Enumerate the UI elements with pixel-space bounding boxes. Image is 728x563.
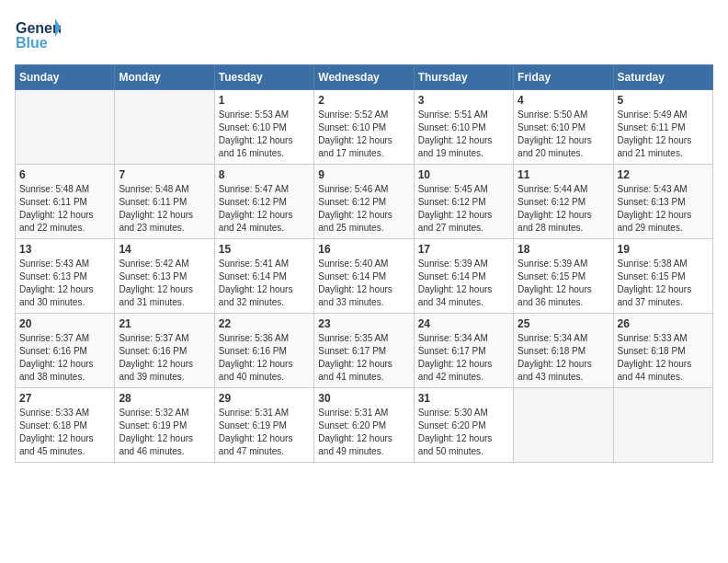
week-row-3: 13Sunrise: 5:43 AM Sunset: 6:13 PM Dayli… — [16, 239, 713, 314]
day-number: 4 — [518, 94, 609, 107]
day-number: 5 — [618, 94, 709, 107]
header: General Blue — [15, 15, 713, 55]
day-number: 8 — [219, 168, 310, 181]
calendar-cell: 30Sunrise: 5:31 AM Sunset: 6:20 PM Dayli… — [314, 388, 414, 463]
day-info: Sunrise: 5:35 AM Sunset: 6:17 PM Dayligh… — [318, 332, 409, 384]
calendar-cell: 3Sunrise: 5:51 AM Sunset: 6:10 PM Daylig… — [414, 90, 513, 165]
calendar-cell: 25Sunrise: 5:34 AM Sunset: 6:18 PM Dayli… — [514, 314, 613, 388]
day-number: 11 — [518, 168, 609, 181]
day-number: 15 — [219, 243, 310, 256]
header-day-saturday: Saturday — [613, 65, 712, 90]
day-info: Sunrise: 5:50 AM Sunset: 6:10 PM Dayligh… — [518, 109, 609, 160]
day-info: Sunrise: 5:43 AM Sunset: 6:13 PM Dayligh… — [19, 258, 110, 309]
calendar-body: 1Sunrise: 5:53 AM Sunset: 6:10 PM Daylig… — [16, 90, 713, 463]
calendar-cell: 16Sunrise: 5:40 AM Sunset: 6:14 PM Dayli… — [314, 239, 414, 314]
day-number: 6 — [19, 168, 110, 181]
calendar-cell: 26Sunrise: 5:33 AM Sunset: 6:18 PM Dayli… — [613, 314, 712, 388]
calendar-cell — [613, 388, 712, 463]
logo-svg: General Blue — [15, 15, 61, 55]
day-info: Sunrise: 5:46 AM Sunset: 6:12 PM Dayligh… — [318, 183, 409, 235]
day-info: Sunrise: 5:32 AM Sunset: 6:19 PM Dayligh… — [119, 407, 210, 458]
header-day-sunday: Sunday — [16, 65, 115, 90]
calendar-cell: 15Sunrise: 5:41 AM Sunset: 6:14 PM Dayli… — [214, 239, 313, 314]
day-number: 31 — [418, 392, 509, 405]
week-row-2: 6Sunrise: 5:48 AM Sunset: 6:11 PM Daylig… — [16, 165, 713, 239]
day-info: Sunrise: 5:52 AM Sunset: 6:10 PM Dayligh… — [318, 109, 409, 160]
header-day-tuesday: Tuesday — [214, 65, 313, 90]
logo: General Blue — [15, 15, 61, 55]
day-info: Sunrise: 5:44 AM Sunset: 6:12 PM Dayligh… — [518, 183, 609, 235]
calendar-cell: 9Sunrise: 5:46 AM Sunset: 6:12 PM Daylig… — [314, 165, 414, 239]
day-info: Sunrise: 5:31 AM Sunset: 6:19 PM Dayligh… — [219, 407, 310, 458]
day-number: 20 — [19, 317, 110, 330]
calendar-cell: 8Sunrise: 5:47 AM Sunset: 6:12 PM Daylig… — [214, 165, 313, 239]
day-number: 22 — [219, 317, 310, 330]
calendar-cell: 6Sunrise: 5:48 AM Sunset: 6:11 PM Daylig… — [16, 165, 115, 239]
day-info: Sunrise: 5:48 AM Sunset: 6:11 PM Dayligh… — [19, 183, 110, 235]
header-day-thursday: Thursday — [414, 65, 513, 90]
day-number: 17 — [418, 243, 509, 256]
day-number: 14 — [119, 243, 210, 256]
day-info: Sunrise: 5:37 AM Sunset: 6:16 PM Dayligh… — [19, 332, 110, 384]
day-info: Sunrise: 5:37 AM Sunset: 6:16 PM Dayligh… — [119, 332, 210, 384]
day-number: 10 — [418, 168, 509, 181]
calendar-cell: 11Sunrise: 5:44 AM Sunset: 6:12 PM Dayli… — [514, 165, 613, 239]
day-number: 18 — [518, 243, 609, 256]
calendar-cell: 14Sunrise: 5:42 AM Sunset: 6:13 PM Dayli… — [115, 239, 214, 314]
calendar-header: SundayMondayTuesdayWednesdayThursdayFrid… — [16, 65, 713, 90]
day-number: 21 — [119, 317, 210, 330]
day-info: Sunrise: 5:45 AM Sunset: 6:12 PM Dayligh… — [418, 183, 509, 235]
header-day-wednesday: Wednesday — [314, 65, 414, 90]
calendar-cell: 19Sunrise: 5:38 AM Sunset: 6:15 PM Dayli… — [613, 239, 712, 314]
calendar-cell: 12Sunrise: 5:43 AM Sunset: 6:13 PM Dayli… — [613, 165, 712, 239]
day-number: 7 — [119, 168, 210, 181]
day-number: 12 — [618, 168, 709, 181]
day-number: 29 — [219, 392, 310, 405]
day-number: 16 — [318, 243, 409, 256]
day-number: 25 — [518, 317, 609, 330]
day-number: 24 — [418, 317, 509, 330]
calendar-cell: 13Sunrise: 5:43 AM Sunset: 6:13 PM Dayli… — [16, 239, 115, 314]
day-info: Sunrise: 5:33 AM Sunset: 6:18 PM Dayligh… — [618, 332, 709, 384]
header-day-monday: Monday — [115, 65, 214, 90]
calendar-cell: 5Sunrise: 5:49 AM Sunset: 6:11 PM Daylig… — [613, 90, 712, 165]
calendar-cell: 31Sunrise: 5:30 AM Sunset: 6:20 PM Dayli… — [414, 388, 513, 463]
day-info: Sunrise: 5:49 AM Sunset: 6:11 PM Dayligh… — [618, 109, 709, 160]
day-info: Sunrise: 5:39 AM Sunset: 6:15 PM Dayligh… — [518, 258, 609, 309]
svg-text:General: General — [16, 20, 61, 36]
calendar-cell: 7Sunrise: 5:48 AM Sunset: 6:11 PM Daylig… — [115, 165, 214, 239]
calendar-cell: 21Sunrise: 5:37 AM Sunset: 6:16 PM Dayli… — [115, 314, 214, 388]
week-row-4: 20Sunrise: 5:37 AM Sunset: 6:16 PM Dayli… — [16, 314, 713, 388]
day-info: Sunrise: 5:39 AM Sunset: 6:14 PM Dayligh… — [418, 258, 509, 309]
calendar-cell: 17Sunrise: 5:39 AM Sunset: 6:14 PM Dayli… — [414, 239, 513, 314]
day-number: 13 — [19, 243, 110, 256]
calendar-cell: 24Sunrise: 5:34 AM Sunset: 6:17 PM Dayli… — [414, 314, 513, 388]
calendar-cell: 27Sunrise: 5:33 AM Sunset: 6:18 PM Dayli… — [16, 388, 115, 463]
day-info: Sunrise: 5:38 AM Sunset: 6:15 PM Dayligh… — [618, 258, 709, 309]
day-number: 9 — [318, 168, 409, 181]
calendar-cell: 10Sunrise: 5:45 AM Sunset: 6:12 PM Dayli… — [414, 165, 513, 239]
day-number: 26 — [618, 317, 709, 330]
day-number: 1 — [219, 94, 310, 107]
calendar-cell: 23Sunrise: 5:35 AM Sunset: 6:17 PM Dayli… — [314, 314, 414, 388]
day-info: Sunrise: 5:41 AM Sunset: 6:14 PM Dayligh… — [219, 258, 310, 309]
calendar-cell: 4Sunrise: 5:50 AM Sunset: 6:10 PM Daylig… — [514, 90, 613, 165]
day-info: Sunrise: 5:51 AM Sunset: 6:10 PM Dayligh… — [418, 109, 509, 160]
calendar-cell: 18Sunrise: 5:39 AM Sunset: 6:15 PM Dayli… — [514, 239, 613, 314]
day-info: Sunrise: 5:34 AM Sunset: 6:18 PM Dayligh… — [518, 332, 609, 384]
day-number: 23 — [318, 317, 409, 330]
calendar-cell: 20Sunrise: 5:37 AM Sunset: 6:16 PM Dayli… — [16, 314, 115, 388]
day-number: 2 — [318, 94, 409, 107]
day-number: 30 — [318, 392, 409, 405]
day-info: Sunrise: 5:40 AM Sunset: 6:14 PM Dayligh… — [318, 258, 409, 309]
day-info: Sunrise: 5:30 AM Sunset: 6:20 PM Dayligh… — [418, 407, 509, 458]
day-number: 3 — [418, 94, 509, 107]
day-number: 27 — [19, 392, 110, 405]
calendar-cell: 22Sunrise: 5:36 AM Sunset: 6:16 PM Dayli… — [214, 314, 313, 388]
day-info: Sunrise: 5:48 AM Sunset: 6:11 PM Dayligh… — [119, 183, 210, 235]
day-info: Sunrise: 5:31 AM Sunset: 6:20 PM Dayligh… — [318, 407, 409, 458]
day-info: Sunrise: 5:42 AM Sunset: 6:13 PM Dayligh… — [119, 258, 210, 309]
calendar-cell — [514, 388, 613, 463]
day-info: Sunrise: 5:34 AM Sunset: 6:17 PM Dayligh… — [418, 332, 509, 384]
day-number: 19 — [618, 243, 709, 256]
